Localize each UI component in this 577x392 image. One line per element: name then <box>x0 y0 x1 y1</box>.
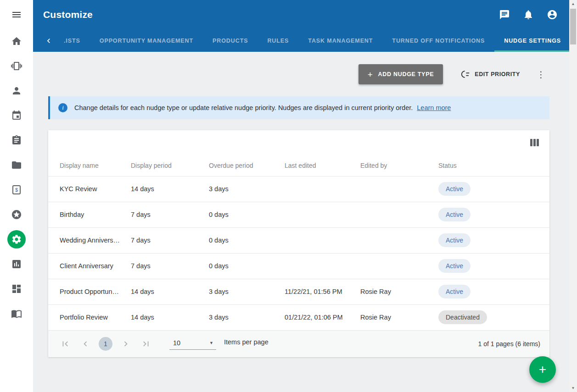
vertical-scrollbar[interactable]: ▲ ▼ <box>569 0 577 392</box>
nudge-table: Display name Display period Overdue peri… <box>48 155 549 331</box>
nudge-table-card: Display name Display period Overdue peri… <box>48 130 549 357</box>
status-badge: Active <box>438 208 471 221</box>
table-row[interactable]: KYC Review 14 days 3 days Active <box>48 176 549 202</box>
settings-icon[interactable] <box>7 230 26 248</box>
cell-edited-by <box>360 227 438 253</box>
cell-last-edited <box>285 227 360 253</box>
col-last-edited: Last edited <box>285 155 360 176</box>
cell-overdue-period: 0 days <box>209 202 285 227</box>
cell-overdue-period: 3 days <box>209 176 285 202</box>
status-badge: Active <box>438 259 471 273</box>
sidebar: $ <box>0 0 33 392</box>
page-summary: 1 of 1 pages (6 items) <box>478 340 540 348</box>
status-badge: Active <box>438 233 471 247</box>
cell-last-edited <box>285 253 360 279</box>
tab-turned-off-notifications[interactable]: TURNED OFF NOTIFICATIONS <box>382 29 494 52</box>
content-area: + ADD NUDGE TYPE EDIT PRIORITY ⋮ i Chang… <box>33 52 569 392</box>
cell-edited-by <box>360 202 438 227</box>
cell-edited-by <box>360 176 438 202</box>
scroll-down-icon[interactable]: ▼ <box>569 384 577 392</box>
favorites-icon[interactable] <box>7 205 26 224</box>
add-nudge-type-button[interactable]: + ADD NUDGE TYPE <box>359 64 443 84</box>
cell-display-period: 7 days <box>131 202 209 227</box>
tab-task-management[interactable]: TASK MANAGEMENT <box>298 29 382 52</box>
add-fab-button[interactable]: + <box>529 356 556 383</box>
chevron-down-icon: ▼ <box>209 341 213 345</box>
cell-last-edited: 01/21/22, 01:06 PM <box>285 304 360 330</box>
cell-last-edited: 11/22/21, 01:56 PM <box>285 279 360 304</box>
cell-overdue-period: 0 days <box>209 227 285 253</box>
learn-more-link[interactable]: Learn more <box>417 104 451 111</box>
notifications-icon[interactable] <box>519 5 538 24</box>
tab-nudge-settings[interactable]: NUDGE SETTINGS <box>494 29 571 52</box>
tab-lists[interactable]: .ISTS <box>54 29 90 52</box>
table-row[interactable]: Birthday 7 days 0 days Active <box>48 202 549 227</box>
cell-edited-by: Rosie Ray <box>360 279 438 304</box>
add-nudge-type-label: ADD NUDGE TYPE <box>378 71 434 77</box>
cell-display-period: 7 days <box>131 253 209 279</box>
cell-display-period: 7 days <box>131 227 209 253</box>
priority-list-icon <box>460 69 471 79</box>
table-row[interactable]: Product Opportun… 14 days 3 days 11/22/2… <box>48 279 549 304</box>
knowledge-book-icon[interactable] <box>7 304 26 323</box>
cell-display-period: 14 days <box>131 279 209 304</box>
billing-icon[interactable]: $ <box>7 181 26 199</box>
table-header-row: Display name Display period Overdue peri… <box>48 155 549 176</box>
tab-rules[interactable]: RULES <box>258 29 298 52</box>
menu-icon[interactable] <box>7 6 26 24</box>
home-icon[interactable] <box>7 32 26 50</box>
page-title: Customize <box>43 9 93 20</box>
cell-overdue-period: 0 days <box>209 253 285 279</box>
column-chooser-icon[interactable] <box>530 139 539 146</box>
next-page-icon[interactable] <box>119 337 133 351</box>
first-page-icon[interactable] <box>58 337 72 351</box>
more-options-icon[interactable]: ⋮ <box>533 68 549 81</box>
app-window: $ Customize <box>0 0 577 392</box>
table-row[interactable]: Portfolio Review 14 days 3 days 01/21/22… <box>48 304 549 330</box>
banner-text: Change details for each nudge type or up… <box>74 104 451 111</box>
tab-products[interactable]: PRODUCTS <box>203 29 258 52</box>
info-icon: i <box>58 103 67 112</box>
items-per-page-select[interactable]: 10 ▼ <box>169 338 216 350</box>
col-display-name: Display name <box>48 155 131 176</box>
folder-icon[interactable] <box>7 156 26 174</box>
last-page-icon[interactable] <box>139 337 153 351</box>
cell-last-edited <box>285 202 360 227</box>
page-toolbar: + ADD NUDGE TYPE EDIT PRIORITY ⋮ <box>48 64 549 84</box>
table-row[interactable]: Wedding Annivers… 7 days 0 days Active <box>48 227 549 253</box>
edit-priority-label: EDIT PRIORITY <box>475 71 520 77</box>
status-badge: Deactivated <box>438 310 487 324</box>
cell-display-name: Client Anniversary <box>48 253 131 279</box>
cell-display-name: Portfolio Review <box>48 304 131 330</box>
plus-icon: + <box>368 70 373 79</box>
cell-last-edited <box>285 176 360 202</box>
table-row[interactable]: Client Anniversary 7 days 0 days Active <box>48 253 549 279</box>
page-number-button[interactable]: 1 <box>99 337 112 351</box>
cell-display-period: 14 days <box>131 304 209 330</box>
contacts-icon[interactable] <box>7 82 26 100</box>
cell-overdue-period: 3 days <box>209 279 285 304</box>
tasks-icon[interactable] <box>7 131 26 149</box>
account-icon[interactable] <box>543 5 562 24</box>
plus-icon: + <box>539 362 546 377</box>
cell-display-name: Product Opportun… <box>48 279 131 304</box>
vibration-icon[interactable] <box>7 57 26 75</box>
scroll-up-icon[interactable]: ▲ <box>569 0 577 8</box>
previous-page-icon[interactable] <box>78 337 92 351</box>
cell-edited-by <box>360 253 438 279</box>
cell-display-name: KYC Review <box>48 176 131 202</box>
edit-priority-button[interactable]: EDIT PRIORITY <box>460 69 520 79</box>
scrollbar-thumb[interactable] <box>570 9 576 44</box>
svg-text:$: $ <box>15 187 18 193</box>
dashboard-icon[interactable] <box>7 280 26 298</box>
cell-edited-by: Rosie Ray <box>360 304 438 330</box>
tab-opportunity-management[interactable]: OPPORTUNITY MANAGEMENT <box>90 29 203 52</box>
app-header: Customize <box>33 0 569 29</box>
reports-icon[interactable] <box>7 255 26 273</box>
col-display-period: Display period <box>131 155 209 176</box>
status-badge: Active <box>438 285 471 298</box>
tabs-scroll-left-icon[interactable] <box>44 29 53 52</box>
chat-icon[interactable] <box>495 5 514 24</box>
col-status: Status <box>438 155 549 176</box>
calendar-icon[interactable] <box>7 106 26 125</box>
